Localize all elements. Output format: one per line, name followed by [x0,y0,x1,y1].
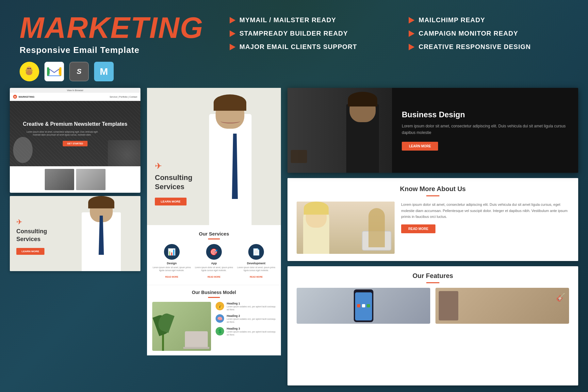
center-consulting-title: ConsultingServices [155,173,192,192]
biz-title: Our Business Model [152,290,276,295]
know-more-content: Lorem ipsum dolor sit amet, consectetur … [297,202,569,254]
features-thumbnails: 🎸 [297,288,569,324]
svg-point-8 [30,70,33,72]
center-consulting-btn: LEARN MORE [155,198,187,205]
feature-label-5: MAJOR EMAIL CLIENTS SUPPORT [239,43,357,51]
svg-point-3 [27,68,29,69]
feature-item-1: MYMAIL / MAILSTER READY [230,16,389,24]
services-grid: 📊 Design Lorem ipsum dolor sit amet, ips… [152,244,276,279]
feature-arrow-2 [409,17,415,24]
feature-arrow-6 [409,44,415,50]
header-features: MYMAIL / MAILSTER READY MAILCHIMP READY … [204,13,568,51]
consulting-small-title: ConsultingServices [16,228,47,243]
feature-item-3: STAMPREADY BUILDER READY [230,30,389,37]
center-consulting-content: ✈ ConsultingServices LEARN MORE [155,161,192,205]
service-app-desc: Lorem ipsum dolor sit amet, ipsum prims … [194,266,233,272]
svg-point-4 [29,68,31,69]
feature-arrow-5 [230,44,236,50]
service-design-name: Design [152,262,191,265]
preview-nav-items: Service | Portfolio | Contact [109,96,137,98]
feature-label-4: CAMPAIGN MONITOR READY [418,30,518,37]
biz-content: 💰 Heading 1 Lorem ipsum sodales orci, pe… [152,302,276,351]
center-column: ✈ ConsultingServices LEARN MORE Our Serv… [147,88,281,385]
mailchimp-icon [20,62,39,81]
service-design-link[interactable]: READ MORE [165,276,178,278]
service-dev-link[interactable]: READ MORE [250,276,263,278]
preview-hero-text: Lorem ipsum dolor sit amet, consectetur … [23,130,101,137]
biz-item-3-text: Lorem ipsum sodales orci, per aptent tac… [227,330,276,336]
features-card: Our Features 🎸 [287,266,578,385]
biz-image [152,302,211,351]
header-left: MARKETING Responsive Email Template [20,13,204,81]
biz-item-2-text: Lorem ipsum sodales orci, per aptent tac… [227,318,276,323]
service-design: 📊 Design Lorem ipsum dolor sit amet, ips… [152,244,191,279]
biz-item-2-heading: Heading 2 [227,314,276,318]
svg-point-7 [25,70,28,72]
content-area: View In Browser M MARKETING Service | Po… [0,88,588,392]
feature-item-2: MAILCHIMP READY [409,16,568,24]
stampready-icon: S [69,62,89,81]
biz-item-3: 💲 Heading 3 Lorem ipsum sodales orci, pe… [216,327,276,336]
consulting-small-card: ✈ ConsultingServices LEARN MORE [10,196,140,271]
know-more-card: Know More About Us [287,178,578,261]
know-more-title: Know More About Us [297,185,569,193]
business-design-btn[interactable]: LEARN MORE [402,142,438,151]
left-column: View In Browser M MARKETING Service | Po… [10,88,140,385]
preview-hero-title: Creative & Premium Newsletter Templates [23,121,127,128]
feature-arrow-4 [409,30,415,37]
feature-item-6: CREATIVE RESPONSIVE DESIGN [409,43,568,51]
brand-subtitle: Responsive Email Template [20,45,204,55]
right-column: Business Design Lorem ipsum dolor sit am… [287,88,578,385]
service-app-name: App [194,262,233,265]
gmail-icon [44,62,64,81]
know-more-image [297,202,395,254]
service-dev: 📄 Development Lorem ipsum dolor sit amet… [237,244,276,279]
know-more-text: Lorem ipsum dolor sit amet, consectetur … [401,202,569,220]
service-app: 🎯 App Lorem ipsum dolor sit amet, ipsum … [194,244,233,279]
services-title: Our Services [152,231,276,237]
view-in-browser-bar: View In Browser [10,88,140,93]
email-icons-row: S M [20,62,204,81]
brand-title: MARKETING [20,13,204,42]
consulting-small-btn: LEARN MORE [16,248,44,255]
preview-logo-text: MARKETING [19,95,34,98]
feature-label-6: CREATIVE RESPONSIVE DESIGN [418,43,531,51]
know-more-text-area: Lorem ipsum dolor sit amet, consectetur … [401,202,569,254]
know-more-btn[interactable]: READ MORE [401,224,435,233]
feature-arrow-1 [230,17,236,24]
business-model-section: Our Business Model [147,285,281,355]
feature-item-4: CAMPAIGN MONITOR READY [409,30,568,37]
feature-label-2: MAILCHIMP READY [418,16,485,24]
feature-item-5: MAJOR EMAIL CLIENTS SUPPORT [230,43,389,51]
consulting-small-content: ✈ ConsultingServices LEARN MORE [16,218,47,255]
feature-thumb-1 [297,288,430,324]
features-title: Our Features [297,272,569,280]
main-container: MARKETING Responsive Email Template [0,0,588,392]
service-design-desc: Lorem ipsum dolor sit amet, ipsum prims … [152,266,191,272]
service-app-link[interactable]: READ MORE [207,276,220,278]
feature-arrow-3 [230,30,236,37]
business-design-content: Business Design Lorem ipsum dolor sit am… [392,88,578,173]
business-design-title: Business Design [402,110,568,119]
biz-item-2: 🧠 Heading 2 Lorem ipsum sodales orci, pe… [216,314,276,323]
email-preview-card: View In Browser M MARKETING Service | Po… [10,88,140,193]
biz-item-1-text: Lorem ipsum sodales orci, per aptent tac… [227,305,276,311]
business-design-card: Business Design Lorem ipsum dolor sit am… [287,88,578,173]
header: MARKETING Responsive Email Template [0,0,588,88]
service-dev-name: Development [237,262,276,265]
biz-items: 💰 Heading 1 Lorem ipsum sodales orci, pe… [216,302,276,351]
business-design-text: Lorem ipsum dolor sit amet, consectetur … [402,123,568,136]
feature-thumb-2: 🎸 [435,288,569,324]
biz-item-1: 💰 Heading 1 Lorem ipsum sodales orci, pe… [216,302,276,311]
feature-label-1: MYMAIL / MAILSTER READY [239,16,336,24]
services-section: Our Services 📊 Design Lorem ipsum dolor … [147,225,281,285]
center-consulting-card: ✈ ConsultingServices LEARN MORE [147,88,281,225]
feature-label-3: STAMPREADY BUILDER READY [239,30,348,37]
preview-hero-btn: GET STARTED [63,141,88,146]
biz-item-1-heading: Heading 1 [227,302,276,305]
mailster-icon: M [94,62,114,81]
service-dev-desc: Lorem ipsum dolor sit amet, ipsum prims … [237,266,276,272]
biz-item-3-heading: Heading 3 [227,327,276,330]
